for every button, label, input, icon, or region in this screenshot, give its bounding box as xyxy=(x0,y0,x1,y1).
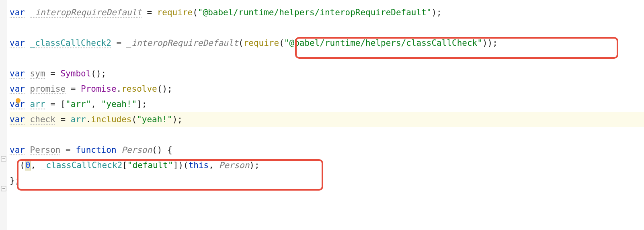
code-line: (0, _classCallCheck2["default"])(this, P… xyxy=(10,158,644,173)
string-literal: "yeah!" xyxy=(101,99,137,109)
require-call: require xyxy=(157,8,193,17)
code-line: var _interopRequireDefault = require("@b… xyxy=(10,5,644,20)
string-literal: "@babel/runtime/helpers/interopRequireDe… xyxy=(198,8,432,17)
fold-toggle-start-icon[interactable] xyxy=(1,156,6,162)
string-literal: "arr" xyxy=(66,99,91,109)
var-name: check xyxy=(30,115,55,124)
string-literal: "yeah!" xyxy=(137,115,172,124)
constructor: Promise xyxy=(81,84,117,94)
keyword-var: var xyxy=(10,145,25,155)
keyword-var: var xyxy=(10,69,25,78)
method-call: resolve xyxy=(121,84,157,94)
keyword-this: this xyxy=(189,160,209,170)
editor-gutter xyxy=(0,0,7,230)
svg-rect-5 xyxy=(17,103,19,104)
method-call: includes xyxy=(91,115,131,124)
fold-toggle-end-icon[interactable] xyxy=(1,186,6,191)
code-line: var promise = Promise.resolve(); xyxy=(10,81,644,97)
string-literal: "default" xyxy=(127,160,173,170)
var-name: _classCallCheck2 xyxy=(30,38,111,48)
keyword-var: var xyxy=(10,84,25,94)
require-call: require xyxy=(244,38,279,48)
empty-line xyxy=(10,127,644,142)
code-line: var _classCallCheck2 = _interopRequireDe… xyxy=(10,35,644,51)
var-name: sym xyxy=(30,69,45,78)
arg-ref: Person xyxy=(219,160,250,170)
svg-point-4 xyxy=(16,98,21,103)
keyword-function: function xyxy=(76,145,116,155)
code-line: var sym = Symbol(); xyxy=(10,66,644,81)
code-line: }; xyxy=(10,173,644,188)
empty-line xyxy=(10,51,644,66)
constructor: Symbol xyxy=(60,69,91,78)
var-name: _interopRequireDefault xyxy=(30,8,142,17)
var-name: promise xyxy=(30,84,66,94)
keyword-var: var xyxy=(10,8,25,17)
var-name: arr xyxy=(30,99,45,109)
code-editor[interactable]: var _interopRequireDefault = require("@b… xyxy=(0,0,644,188)
var-name: Person xyxy=(30,145,61,155)
number-literal: 0 xyxy=(25,160,31,170)
empty-line xyxy=(10,20,644,35)
code-line-current: var check = arr.includes("yeah!"); xyxy=(10,112,644,127)
string-literal: "@babel/runtime/helpers/classCallCheck" xyxy=(284,38,482,48)
intention-bulb-icon[interactable] xyxy=(14,97,22,105)
keyword-var: var xyxy=(10,115,25,124)
keyword-var: var xyxy=(10,38,25,48)
var-ref: _classCallCheck2 xyxy=(41,160,122,170)
function-call: _interopRequireDefault xyxy=(127,38,238,48)
function-name: Person xyxy=(121,145,152,155)
code-line: var Person = function Person() { xyxy=(10,142,644,158)
code-line: var arr = ["arr", "yeah!"]; xyxy=(10,97,644,112)
var-ref: arr xyxy=(71,115,86,124)
